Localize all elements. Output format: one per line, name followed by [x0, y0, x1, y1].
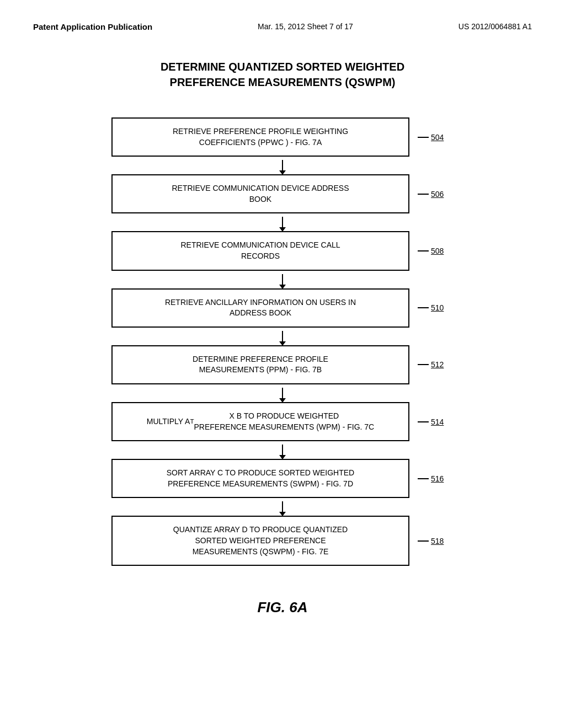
step-box-512: DETERMINE PREFERENCE PROFILEMEASUREMENTS… — [111, 345, 409, 384]
arrow-line-2 — [282, 217, 283, 228]
step-row-510: RETRIEVE ANCILLARY INFORMATION ON USERS … — [111, 288, 454, 328]
arrow-4 — [111, 328, 454, 345]
step-box-504: RETRIEVE PREFERENCE PROFILE WEIGHTINGCOE… — [111, 117, 409, 157]
step-ref-518: 518 — [418, 537, 444, 545]
header-patent-number: US 2012/0064881 A1 — [459, 22, 532, 31]
step-row-516: SORT ARRAY C TO PRODUCE SORTED WEIGHTEDP… — [111, 459, 454, 498]
arrow-7 — [111, 498, 454, 516]
fig-label: FIG. 6A — [33, 599, 532, 616]
step-box-508: RETRIEVE COMMUNICATION DEVICE CALLRECORD… — [111, 231, 409, 270]
step-ref-514: 514 — [418, 417, 444, 426]
step-box-514: MULTIPLY AT X B TO PRODUCE WEIGHTEDPREFE… — [111, 402, 409, 441]
step-row-504: RETRIEVE PREFERENCE PROFILE WEIGHTINGCOE… — [111, 117, 454, 157]
step-box-518: QUANTIZE ARRAY D TO PRODUCE QUANTIZEDSOR… — [111, 516, 409, 566]
arrow-line-6 — [282, 445, 283, 456]
arrow-line-4 — [282, 331, 283, 342]
step-ref-504: 504 — [418, 133, 444, 142]
main-title-line1: DETERMINE QUANTIZED SORTED WEIGHTED — [33, 59, 532, 74]
header-publication-label: Patent Application Publication — [33, 22, 152, 31]
arrow-2 — [111, 213, 454, 231]
arrow-line-5 — [282, 388, 283, 399]
step-box-516: SORT ARRAY C TO PRODUCE SORTED WEIGHTEDP… — [111, 459, 409, 498]
header-date-sheet: Mar. 15, 2012 Sheet 7 of 17 — [258, 22, 353, 31]
step-row-514: MULTIPLY AT X B TO PRODUCE WEIGHTEDPREFE… — [111, 402, 454, 441]
main-title: DETERMINE QUANTIZED SORTED WEIGHTED PREF… — [33, 59, 532, 90]
step-row-518: QUANTIZE ARRAY D TO PRODUCE QUANTIZEDSOR… — [111, 516, 454, 566]
step-ref-508: 508 — [418, 247, 444, 255]
arrow-6 — [111, 441, 454, 459]
step-box-506: RETRIEVE COMMUNICATION DEVICE ADDRESSBOO… — [111, 174, 409, 213]
arrow-line-3 — [282, 274, 283, 285]
arrow-5 — [111, 384, 454, 402]
flowchart: RETRIEVE PREFERENCE PROFILE WEIGHTINGCOE… — [33, 117, 532, 566]
page-container: Patent Application Publication Mar. 15, … — [0, 0, 565, 728]
step-box-510: RETRIEVE ANCILLARY INFORMATION ON USERS … — [111, 288, 409, 328]
step-row-508: RETRIEVE COMMUNICATION DEVICE CALLRECORD… — [111, 231, 454, 270]
arrow-1 — [111, 157, 454, 174]
arrow-3 — [111, 271, 454, 288]
page-header: Patent Application Publication Mar. 15, … — [33, 22, 532, 31]
step-row-512: DETERMINE PREFERENCE PROFILEMEASUREMENTS… — [111, 345, 454, 384]
arrow-line-7 — [282, 501, 283, 512]
step-ref-506: 506 — [418, 190, 444, 199]
step-row-506: RETRIEVE COMMUNICATION DEVICE ADDRESSBOO… — [111, 174, 454, 213]
step-ref-516: 516 — [418, 474, 444, 483]
step-ref-510: 510 — [418, 303, 444, 312]
main-title-line2: PREFERENCE MEASUREMENTS (QSWPM) — [33, 74, 532, 90]
arrow-line-1 — [282, 160, 283, 171]
step-ref-512: 512 — [418, 360, 444, 369]
